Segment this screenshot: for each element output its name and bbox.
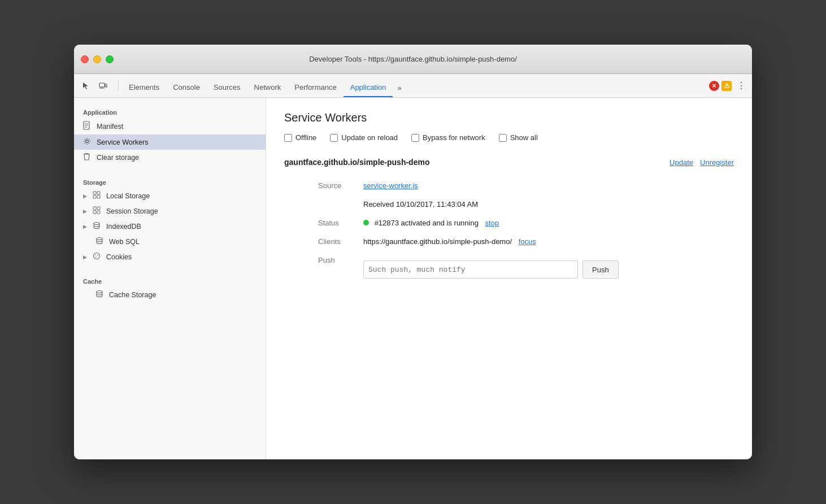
- more-button[interactable]: ⋮: [734, 79, 747, 93]
- sidebar-item-web-sql[interactable]: Web SQL: [74, 234, 266, 249]
- show-all-checkbox[interactable]: Show all: [499, 133, 538, 142]
- sw-entry: gauntface.github.io/simple-push-demo Upd…: [284, 158, 734, 283]
- svg-rect-14: [97, 207, 100, 210]
- status-dot: [363, 220, 369, 225]
- sidebar-item-cookies[interactable]: ▶ Cookies: [74, 249, 266, 264]
- status-label: Status: [318, 213, 363, 232]
- database-icon-2: [95, 237, 105, 246]
- push-label: Push: [318, 250, 363, 269]
- local-storage-label: Local Storage: [106, 192, 150, 200]
- arrow-icon: ▶: [83, 208, 87, 214]
- close-button[interactable]: [81, 55, 89, 63]
- sidebar-section-cache: Cache: [74, 273, 266, 287]
- unregister-link[interactable]: Unregister: [700, 158, 734, 167]
- cursor-icon[interactable]: [79, 79, 93, 93]
- svg-point-23: [97, 291, 102, 293]
- svg-point-17: [94, 223, 99, 225]
- tab-application[interactable]: Application: [344, 78, 393, 97]
- status-text: #12873 activated and is running: [375, 219, 479, 227]
- received-value: Received 10/10/2017, 11:43:04 AM: [363, 194, 734, 213]
- push-button[interactable]: Push: [582, 260, 619, 279]
- svg-point-22: [95, 257, 97, 258]
- arrow-icon: ▶: [83, 224, 87, 229]
- web-sql-label: Web SQL: [109, 238, 140, 246]
- update-on-reload-input[interactable]: [330, 134, 338, 142]
- sidebar-item-manifest[interactable]: Manifest: [74, 118, 266, 134]
- panel-title: Service Workers: [284, 111, 734, 124]
- received-label: [318, 194, 363, 205]
- window-title: Developer Tools - https://gauntface.gith…: [309, 55, 517, 63]
- sidebar-item-session-storage[interactable]: ▶ Session Storage: [74, 203, 266, 219]
- toolbar-right: × ⚠ ⋮: [709, 79, 747, 93]
- bypass-for-network-checkbox[interactable]: Bypass for network: [411, 133, 485, 142]
- warning-badge[interactable]: ⚠: [721, 81, 732, 91]
- svg-point-19: [94, 253, 100, 259]
- tab-sources[interactable]: Sources: [207, 78, 247, 97]
- traffic-lights: [81, 55, 114, 63]
- tab-network[interactable]: Network: [247, 78, 288, 97]
- cookie-icon: [93, 252, 102, 262]
- svg-rect-11: [93, 195, 96, 198]
- offline-checkbox[interactable]: Offline: [284, 133, 316, 142]
- arrow-icon: ▶: [83, 254, 87, 260]
- sw-origin-row: gauntface.github.io/simple-push-demo Upd…: [284, 158, 734, 167]
- update-on-reload-label: Update on reload: [341, 133, 398, 142]
- manifest-label: Manifest: [97, 123, 123, 131]
- sidebar: Application Manifest: [74, 98, 266, 459]
- show-all-input[interactable]: [499, 134, 507, 142]
- cookies-label: Cookies: [106, 253, 132, 261]
- gear-icon: [83, 137, 92, 147]
- maximize-button[interactable]: [106, 55, 114, 63]
- sw-origin-text: gauntface.github.io/simple-push-demo: [284, 158, 429, 167]
- sidebar-item-indexeddb[interactable]: ▶ IndexedDB: [74, 219, 266, 234]
- show-all-label: Show all: [510, 133, 538, 142]
- grid-icon-2: [93, 206, 102, 216]
- minimize-button[interactable]: [93, 55, 101, 63]
- update-on-reload-checkbox[interactable]: Update on reload: [330, 133, 398, 142]
- tab-elements[interactable]: Elements: [122, 78, 166, 97]
- push-input[interactable]: [363, 260, 578, 279]
- stop-link[interactable]: stop: [485, 219, 499, 227]
- svg-point-20: [95, 254, 96, 255]
- source-file-link[interactable]: service-worker.js: [363, 181, 418, 190]
- sidebar-section-storage: Storage: [74, 175, 266, 188]
- svg-rect-15: [93, 211, 96, 214]
- source-label: Source: [318, 176, 363, 194]
- sw-origin-actions: Update Unregister: [670, 158, 734, 167]
- error-badge[interactable]: ×: [709, 81, 719, 91]
- push-row: Push: [363, 260, 734, 279]
- svg-rect-16: [97, 211, 100, 214]
- checkboxes-row: Offline Update on reload Bypass for netw…: [284, 133, 734, 142]
- bypass-for-network-input[interactable]: [411, 134, 419, 142]
- sidebar-item-local-storage[interactable]: ▶ Local Storage: [74, 188, 266, 203]
- clients-url: https://gauntface.github.io/simple-push-…: [363, 237, 512, 246]
- device-icon[interactable]: [95, 79, 110, 93]
- sidebar-item-service-workers[interactable]: Service Workers: [74, 134, 266, 150]
- tab-overflow[interactable]: »: [393, 78, 406, 97]
- source-value: service-worker.js: [363, 176, 734, 194]
- svg-point-8: [86, 140, 89, 143]
- sidebar-section-application: Application: [74, 105, 266, 118]
- tab-performance[interactable]: Performance: [288, 78, 343, 97]
- svg-point-18: [97, 238, 102, 240]
- toolbar-icons: [79, 79, 110, 93]
- database-icon: [93, 221, 102, 231]
- offline-label: Offline: [295, 133, 316, 142]
- svg-rect-13: [93, 207, 96, 210]
- focus-link[interactable]: focus: [519, 237, 536, 246]
- svg-point-21: [97, 255, 98, 256]
- toolbar-divider: [118, 80, 119, 92]
- cache-storage-label: Cache Storage: [109, 291, 156, 299]
- update-link[interactable]: Update: [670, 158, 693, 167]
- svg-rect-12: [97, 195, 100, 198]
- tab-console[interactable]: Console: [166, 78, 207, 97]
- sidebar-item-clear-storage[interactable]: Clear storage: [74, 150, 266, 166]
- status-value: #12873 activated and is running stop: [363, 213, 734, 232]
- offline-checkbox-input[interactable]: [284, 134, 292, 142]
- document-icon: [83, 121, 92, 132]
- sidebar-item-cache-storage[interactable]: Cache Storage: [74, 287, 266, 302]
- svg-rect-9: [93, 192, 96, 194]
- bypass-for-network-label: Bypass for network: [423, 133, 485, 142]
- svg-rect-1: [105, 84, 107, 87]
- session-storage-label: Session Storage: [106, 207, 158, 215]
